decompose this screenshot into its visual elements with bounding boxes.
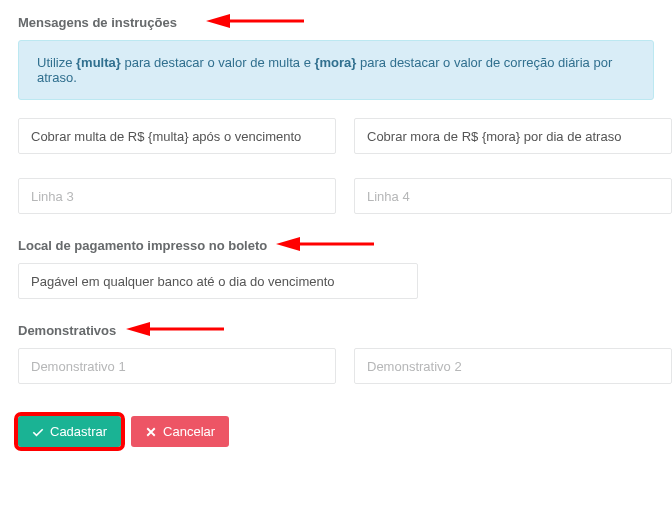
info-text-middle: para destacar o valor de multa e	[121, 55, 315, 70]
annotation-arrow	[126, 320, 226, 338]
label-text: Mensagens de instruções	[18, 15, 177, 30]
input-instruction-line2[interactable]	[354, 118, 672, 154]
info-box: Utilize {multa} para destacar o valor de…	[18, 40, 654, 100]
submit-button[interactable]: Cadastrar	[18, 416, 121, 447]
label-text: Local de pagamento impresso no boleto	[18, 238, 267, 253]
section-label-payment-location: Local de pagamento impresso no boleto	[18, 238, 654, 253]
check-icon	[32, 426, 44, 438]
cancel-button-label: Cancelar	[163, 424, 215, 439]
input-instruction-line1[interactable]	[18, 118, 336, 154]
section-label-instructions: Mensagens de instruções	[18, 15, 654, 30]
cancel-button[interactable]: Cancelar	[131, 416, 229, 447]
svg-marker-3	[276, 237, 300, 251]
input-instruction-line4[interactable]	[354, 178, 672, 214]
svg-marker-5	[126, 322, 150, 336]
input-demonstrativo-1[interactable]	[18, 348, 336, 384]
svg-marker-1	[206, 14, 230, 28]
input-payment-location[interactable]	[18, 263, 418, 299]
submit-button-label: Cadastrar	[50, 424, 107, 439]
info-text-prefix: Utilize	[37, 55, 76, 70]
input-demonstrativo-2[interactable]	[354, 348, 672, 384]
label-text: Demonstrativos	[18, 323, 116, 338]
annotation-arrow	[276, 235, 376, 253]
close-icon	[145, 426, 157, 438]
info-token-multa: {multa}	[76, 55, 121, 70]
annotation-arrow	[206, 12, 306, 30]
info-token-mora: {mora}	[314, 55, 356, 70]
input-instruction-line3[interactable]	[18, 178, 336, 214]
section-label-demonstrativos: Demonstrativos	[18, 323, 654, 338]
button-row: Cadastrar Cancelar	[18, 416, 654, 447]
